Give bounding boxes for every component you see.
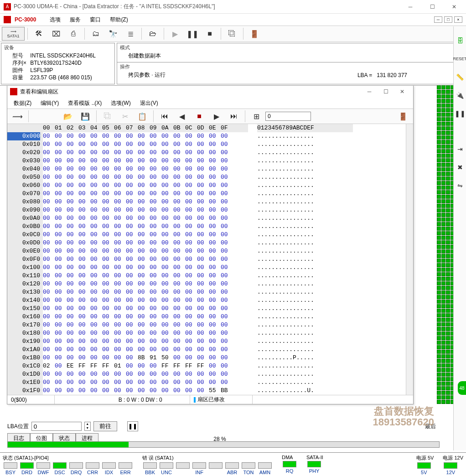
next-icon[interactable]: ▶ [208, 109, 225, 123]
pause-icon[interactable]: ❚❚ [184, 27, 201, 41]
hex-row[interactable]: 00000000000000000000000000000000 [43, 206, 248, 214]
copy-icon[interactable]: ⿻ [99, 109, 116, 123]
binoculars-icon[interactable]: 🔭 [105, 27, 121, 41]
hex-offset[interactable]: 0x170 [7, 321, 40, 329]
hex-ascii-row[interactable]: ................ [257, 305, 353, 313]
hex-offset[interactable]: 0x160 [7, 313, 40, 321]
hex-row[interactable]: 00000000000000000000000000000000 [43, 313, 248, 321]
sw-menu-template[interactable]: 查看模版 ..(X) [64, 98, 105, 108]
hex-row[interactable]: 00000000000000000000000000000000 [43, 132, 248, 140]
port-icon[interactable]: ⟿ [9, 109, 26, 123]
hex-ascii-row[interactable]: ................ [257, 206, 353, 214]
grid-icon[interactable]: ⊞ [248, 109, 264, 123]
sw-menu-edit[interactable]: 编辑(Y) [37, 98, 62, 108]
hex-row[interactable]: 00000000000000000000000000000000 [43, 231, 248, 239]
hex-offset[interactable]: 0x020 [7, 149, 40, 157]
sata1-button[interactable]: ⟿SATA1 [2, 27, 25, 41]
hex-ascii-row[interactable]: ................ [257, 132, 353, 140]
power-icon[interactable]: 🔌 [455, 90, 465, 100]
hex-ascii-row[interactable]: ................ [257, 214, 353, 222]
hex-row[interactable]: 00000000000000000000000000000000 [43, 305, 248, 313]
hex-ascii-row[interactable]: ................ [257, 288, 353, 296]
hex-ascii-row[interactable]: ................ [257, 149, 353, 157]
pause-icon[interactable]: ❚❚ [455, 109, 465, 119]
hex-row[interactable]: 00000000000000008B91500000000000 [43, 354, 248, 362]
hex-ascii-row[interactable]: ................ [257, 140, 353, 149]
hex-offset[interactable]: 0x130 [7, 288, 40, 296]
menu-options[interactable]: 选项 [46, 15, 64, 25]
hex-offset[interactable]: 0x1D0 [7, 370, 40, 378]
open-icon[interactable]: 📂 [60, 109, 76, 123]
hex-row[interactable]: 00000000000000000000000000000000 [43, 264, 248, 272]
goto-input[interactable] [265, 112, 311, 121]
hex-offset[interactable]: 0x140 [7, 296, 40, 305]
sector-win-close[interactable]: ✕ [394, 88, 410, 95]
hex-ascii-row[interactable]: ................ [257, 165, 353, 173]
hex-offset[interactable]: 0x0B0 [7, 222, 40, 231]
hex-row[interactable]: 00000000000000000000000000000000 [43, 198, 248, 206]
hex-row[interactable]: 00000000000000000000000000000000 [43, 288, 248, 296]
cylinder-icon[interactable]: ⌧ [48, 27, 64, 41]
hex-row[interactable]: 00000000000000000000000000000000 [43, 370, 248, 378]
ruler-icon[interactable]: 📏 [455, 72, 465, 82]
hex-ascii-row[interactable]: ................ [257, 198, 353, 206]
copy-icon[interactable]: ⿻ [224, 27, 240, 41]
sw-menu-data[interactable]: 数据(Z) [10, 98, 35, 108]
reset-icon[interactable]: RESET [455, 54, 465, 64]
hex-ascii-row[interactable]: ................ [257, 190, 353, 198]
hex-offset[interactable]: 0x110 [7, 272, 40, 280]
hex-offset[interactable]: 0x0E0 [7, 247, 40, 255]
hex-row[interactable]: 00000000000000000000000000000000 [43, 247, 248, 255]
hex-offset[interactable]: 0x120 [7, 280, 40, 288]
hex-row[interactable]: 00000000000000000000000000000000 [43, 321, 248, 329]
right-badge[interactable]: 48 [458, 381, 466, 395]
save-icon[interactable]: 💾 [77, 109, 93, 123]
hex-ascii-row[interactable]: ................ [257, 370, 353, 378]
hex-ascii-row[interactable]: ................ [257, 231, 353, 239]
play-icon[interactable]: ▶ [167, 27, 183, 41]
hex-offset[interactable]: 0x1E0 [7, 378, 40, 387]
prev-icon[interactable]: ◀ [174, 109, 190, 123]
goto-button[interactable]: 前往 [93, 421, 117, 431]
hex-ascii-row[interactable]: ................ [257, 239, 353, 247]
hex-offset[interactable]: 0x150 [7, 305, 40, 313]
hex-row[interactable]: 00000000000000000000000000000000 [43, 296, 248, 305]
hex-row[interactable]: 00000000000000000000000000000000 [43, 165, 248, 173]
hex-ascii-row[interactable]: ................ [257, 378, 353, 387]
hex-row[interactable]: 00000000000000000000000000000000 [43, 181, 248, 190]
folder-icon[interactable]: 🗁 [145, 27, 161, 41]
hex-offset[interactable]: 0x1C0 [7, 362, 40, 370]
tools-icon[interactable]: 🛠 [31, 27, 47, 41]
cut-icon[interactable]: ✂ [117, 109, 133, 123]
first-icon[interactable]: ⏮ [156, 109, 173, 123]
hex-row[interactable]: 00000000000000000000000000000000 [43, 272, 248, 280]
percent-icon[interactable]: ⎙ [65, 27, 82, 41]
hex-ascii-row[interactable]: ................ [257, 181, 353, 190]
pause-button[interactable]: ❚❚ [127, 421, 138, 431]
hex-ascii-row[interactable]: ................ [257, 264, 353, 272]
hex-row[interactable]: 00000000000000000000000000000000 [43, 173, 248, 181]
hex-offset[interactable]: 0x0F0 [7, 255, 40, 264]
hex-row[interactable]: 00000000000000000000000000000000 [43, 329, 248, 337]
paste-icon[interactable]: 📋 [134, 109, 150, 123]
hex-offset[interactable]: 0x010 [7, 140, 40, 149]
hex-row[interactable]: 00000000000000000000000000000000 [43, 346, 248, 354]
hex-offset[interactable]: 0x0D0 [7, 239, 40, 247]
hex-ascii-row[interactable]: ................ [257, 272, 353, 280]
stop-icon[interactable]: ■ [202, 27, 218, 41]
exit-icon[interactable]: 🚪 [246, 27, 263, 41]
hex-row[interactable]: 00000000000000000000000000000000 [43, 337, 248, 346]
hex-ascii-row[interactable]: ................ [257, 346, 353, 354]
hex-ascii-row[interactable]: ................ [257, 329, 353, 337]
lba-pos-spinner[interactable]: ▲▼ [84, 422, 91, 431]
mdi-maximize[interactable]: □ [444, 16, 452, 23]
hex-offset[interactable]: 0x000 [7, 132, 40, 140]
hex-ascii-row[interactable]: ..............U. [257, 387, 353, 395]
hex-offset[interactable]: 0x0C0 [7, 231, 40, 239]
hex-offset[interactable]: 0x080 [7, 198, 40, 206]
stop-icon[interactable]: ■ [191, 109, 207, 123]
hex-offset[interactable]: 0x100 [7, 264, 40, 272]
list-icon[interactable]: ≣ [122, 27, 139, 41]
mdi-minimize[interactable]: ─ [434, 16, 442, 23]
menu-help[interactable]: 帮助(Z) [106, 15, 131, 25]
